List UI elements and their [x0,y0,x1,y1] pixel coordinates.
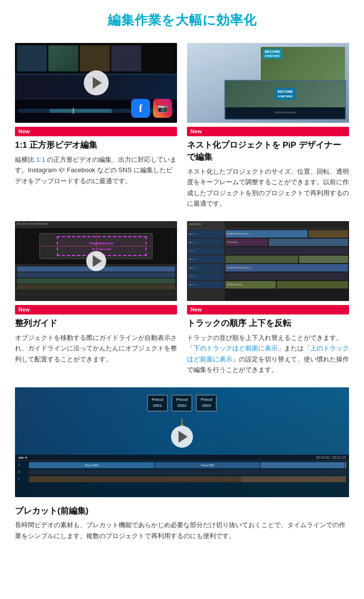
play-button-align[interactable] [86,251,106,271]
title-text-precut: プレカット(前編集) [15,506,88,516]
feature-nest-pip: BECOMESOMETHING ↓ BECOMESOMETHING billbo… [187,43,349,209]
feature-desc-precut: 長時間ビデオの素材も、プレカット機能であらかじめ必要な部分だけ切り抜いておくこと… [15,520,349,541]
page-wrapper: 編集作業を大幅に効率化 [0,0,364,570]
feature-align-guide: File Edit View Playback PowerDirectorBy … [15,221,177,375]
precut-label-1: Precut0001 [147,395,168,412]
precut-label-2: Precut0002 [172,395,192,412]
precut-labels: Precut0001 Precut0002 Precut0003 [147,395,216,412]
feature-image-square-video: f 📷 [15,43,177,123]
features-grid: f 📷 New 1:1 正方形ビデオ編集 縦横比 1:1 の正方形ビデオの編集、… [15,43,349,375]
feature-track-order: XPRESS ■ □ □ □ ■ □ □ □ fx □ □ ■ □ □ □ ■ … [187,221,349,375]
page-title: 編集作業を大幅に効率化 [15,10,349,31]
feature-desc-1: 縦横比 1:1 の正方形ビデオの編集、出力に対応しています。Instagram … [15,154,177,186]
social-icons: f 📷 [131,99,172,118]
instagram-icon: 📷 [153,99,172,118]
feature-square-video: f 📷 New 1:1 正方形ビデオ編集 縦横比 1:1 の正方形ビデオの編集、… [15,43,177,209]
highlight-track-1: 下のトラックほど前面に表示 [193,344,278,352]
feature-title-3: 整列ガイド [15,317,177,329]
facebook-icon: f [131,99,150,118]
title-text-2: ネスト化プロジェクトを PiP デザイナーで編集 [187,140,341,162]
feature-desc-3: オブジェクトを移動する際にガイドラインが自動表示され、ガイドラインに沿ってかんた… [15,332,177,364]
new-badge-4: New [187,305,349,315]
new-badge-3: New [15,305,177,315]
feature-image-nest-pip: BECOMESOMETHING ↓ BECOMESOMETHING billbo… [187,43,349,123]
title-text-1: 1:1 正方形ビデオ編集 [15,140,97,150]
feature-title-1: 1:1 正方形ビデオ編集 [15,139,177,151]
feature-image-align: File Edit View Playback PowerDirectorBy … [15,221,177,301]
feature-title-4: トラックの順序 上下を反転 [187,317,349,329]
feature-image-track: XPRESS ■ □ □ □ ■ □ □ □ fx □ □ ■ □ □ □ ■ … [187,221,349,301]
play-button-precut[interactable] [171,426,193,448]
play-button-1[interactable] [84,70,109,95]
precut-label-3: Precut0003 [196,395,217,412]
feature-image-precut: Precut0001 Precut0002 Precut0003 ↓ ◀ ▶ ■… [15,387,349,497]
new-badge-2: New [187,127,349,137]
feature-title-precut: プレカット(前編集) [15,505,349,517]
new-badge-1: New [15,127,177,137]
feature-desc-4: トラックの並び順を上下入れ替えることができます。「下のトラックほど前面に表示」ま… [187,332,349,375]
highlight-ratio: 1:1 [36,156,45,163]
precut-timeline: ◀ ▶ ■ 00:00:00 / 00:02:15 1 Precut 0001 … [15,455,349,497]
feature-desc-2: ネスト化したプロジェクトのサイズ、位置、回転、透明度をキーフレームで調整すること… [187,166,349,209]
feature-title-2: ネスト化プロジェクトを PiP デザイナーで編集 [187,139,349,163]
feature-precut: Precut0001 Precut0002 Precut0003 ↓ ◀ ▶ ■… [15,387,349,542]
